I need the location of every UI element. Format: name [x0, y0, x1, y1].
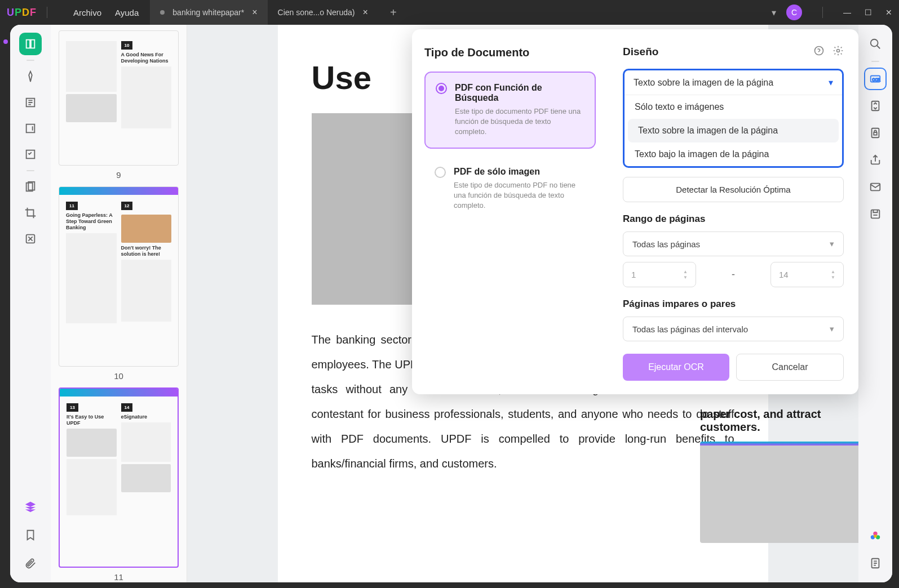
close-button[interactable]: ✕	[885, 8, 892, 17]
main-menu: Archivo Ayuda	[73, 8, 139, 17]
pages-tool[interactable]	[19, 176, 42, 198]
dropdown-option[interactable]: Texto bajo la imagen de la página	[625, 142, 842, 166]
email-button[interactable]	[864, 176, 887, 198]
cancel-button[interactable]: Cancelar	[736, 354, 844, 381]
dropdown-option[interactable]: Sólo texto e imágenes	[625, 95, 842, 119]
ai-button[interactable]	[864, 525, 887, 547]
svg-rect-2	[26, 150, 35, 159]
tab-title: Cien sone...o Neruda)	[278, 8, 355, 17]
range-separator: -	[703, 269, 764, 280]
right-toolbar: OCR	[858, 25, 892, 582]
svg-rect-1	[26, 124, 35, 133]
edit-tool[interactable]	[19, 91, 42, 114]
comment-tool[interactable]	[19, 117, 42, 140]
dropdown-selected[interactable]: Texto sobre la imagen de la página ▾	[625, 70, 842, 95]
menu-file[interactable]: Archivo	[73, 8, 101, 17]
detect-resolution-button[interactable]: Detectar la Resolución Óptima	[623, 177, 844, 202]
svg-rect-11	[874, 132, 877, 135]
page-number: 10	[59, 371, 179, 381]
close-icon[interactable]: ×	[363, 7, 368, 17]
svg-point-17	[874, 534, 877, 538]
section-title: Rango de páginas	[623, 213, 844, 225]
crop-tool[interactable]	[19, 202, 42, 224]
separator	[26, 170, 34, 171]
titlebar: UPDF Archivo Ayuda banking whitepapar* ×…	[0, 0, 899, 25]
chevron-down-icon: ▾	[829, 77, 833, 88]
convert-button[interactable]	[864, 95, 887, 117]
odd-even-select[interactable]: Todas las páginas del intervalo ▾	[623, 317, 844, 341]
page-side-image	[700, 442, 858, 543]
help-icon[interactable]	[813, 45, 825, 59]
attachment-tool[interactable]	[19, 552, 42, 574]
share-button[interactable]	[864, 149, 887, 171]
print-button[interactable]	[864, 552, 887, 574]
separator	[871, 61, 879, 62]
divider	[47, 7, 47, 18]
highlight-tool[interactable]	[19, 65, 42, 88]
separator	[26, 60, 34, 61]
layers-tool[interactable]	[19, 496, 42, 518]
section-title: Páginas impares o pares	[623, 299, 844, 310]
activity-indicator-icon	[3, 39, 8, 44]
page-number: 11	[59, 572, 179, 582]
maximize-button[interactable]: ☐	[865, 8, 872, 17]
option-description: Este tipo de documento PDF no tiene una …	[454, 180, 586, 211]
option-searchable-pdf[interactable]: PDF con Función de Búsqueda Este tipo de…	[424, 72, 596, 149]
range-from-input[interactable]: 1 ▲▼	[623, 262, 696, 287]
thumbnail-item[interactable]: 10A Good News For Developing Nations 9	[59, 30, 179, 180]
chevron-down-icon: ▾	[830, 324, 834, 334]
svg-rect-13	[871, 210, 880, 219]
svg-point-19	[815, 47, 823, 55]
run-ocr-button[interactable]: Ejecutar OCR	[623, 354, 729, 381]
dropdown-option[interactable]: Texto sobre la imagen de la página	[628, 119, 839, 142]
option-description: Este tipo de documento PDF tiene una fun…	[455, 106, 584, 137]
thumbnail-item[interactable]: 11Going Paperless: A Step Toward Green B…	[59, 186, 179, 381]
close-icon[interactable]: ×	[252, 7, 257, 17]
panel-title: Tipo de Documento	[424, 46, 596, 59]
option-image-only-pdf[interactable]: PDF de sólo imagen Este tipo de document…	[424, 157, 596, 221]
tab-active[interactable]: banking whitepapar* ×	[150, 0, 267, 25]
form-tool[interactable]	[19, 143, 42, 166]
layout-dropdown[interactable]: Texto sobre la imagen de la página ▾ Sól…	[623, 69, 844, 168]
option-label: PDF de sólo imagen	[454, 167, 586, 177]
panel-design: Diseño Texto sobre la imagen de la págin…	[608, 29, 858, 394]
range-to-input[interactable]: 14 ▲▼	[770, 262, 844, 287]
left-toolbar	[10, 25, 51, 582]
svg-text:OCR: OCR	[873, 78, 881, 82]
tab-bar: banking whitepapar* × Cien sone...o Neru…	[150, 0, 402, 25]
ocr-button[interactable]: OCR	[864, 68, 887, 90]
tab-indicator-icon	[160, 10, 165, 15]
spinner-icon[interactable]: ▲▼	[683, 269, 688, 280]
redact-tool[interactable]	[19, 228, 42, 250]
app-logo: UPDF	[7, 7, 37, 19]
tab-title: banking whitepapar*	[172, 8, 244, 17]
search-button[interactable]	[864, 33, 887, 55]
chevron-down-icon[interactable]: ▾	[772, 7, 776, 18]
panel-title: Diseño	[623, 46, 658, 58]
chevron-down-icon: ▾	[830, 239, 834, 249]
spinner-icon[interactable]: ▲▼	[831, 269, 835, 280]
page-number: 9	[59, 170, 179, 180]
thumbnail-item-selected[interactable]: 13It's Easy to Use UPDF14eSignature 11	[59, 387, 179, 582]
panel-document-type: Tipo de Documento PDF con Función de Bús…	[412, 29, 608, 394]
save-button[interactable]	[864, 203, 887, 225]
option-label: PDF con Función de Búsqueda	[455, 83, 584, 103]
page-side-text: paper cost, and attract customers.	[700, 408, 858, 434]
radio-icon	[435, 167, 446, 178]
divider	[822, 7, 823, 18]
svg-point-6	[871, 39, 878, 47]
bookmark-tool[interactable]	[19, 524, 42, 546]
ocr-panel: Tipo de Documento PDF con Función de Bús…	[412, 29, 858, 394]
user-avatar[interactable]: C	[786, 5, 802, 20]
add-tab-button[interactable]: +	[385, 0, 402, 25]
tab-inactive[interactable]: Cien sone...o Neruda) ×	[268, 0, 378, 25]
reader-tool[interactable]	[19, 33, 42, 55]
thumbnail-panel: 10A Good News For Developing Nations 9 1…	[51, 25, 187, 582]
minimize-button[interactable]: —	[843, 8, 851, 17]
protect-button[interactable]	[864, 122, 887, 144]
radio-icon	[436, 83, 447, 94]
menu-help[interactable]: Ayuda	[115, 8, 139, 17]
svg-point-20	[837, 50, 840, 52]
gear-icon[interactable]	[832, 45, 844, 59]
page-range-select[interactable]: Todas las páginas ▾	[623, 231, 844, 256]
